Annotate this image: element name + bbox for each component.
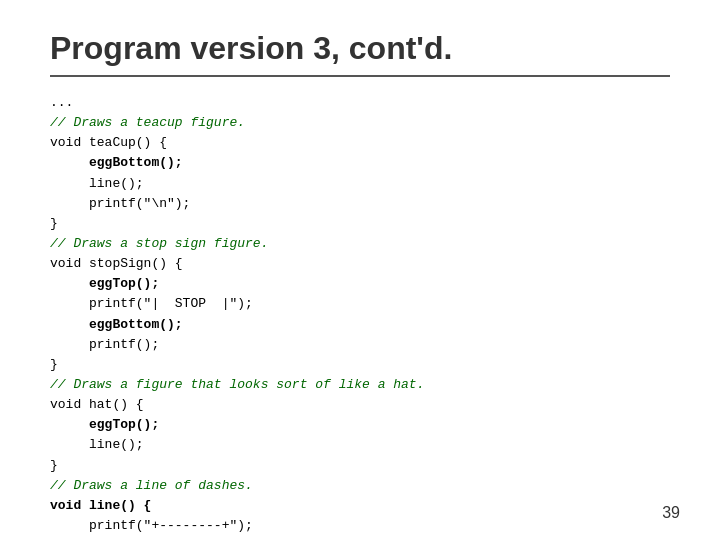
- page-number: 39: [662, 504, 680, 522]
- code-line: eggTop();: [50, 276, 159, 291]
- code-line: void teaCup() {: [50, 135, 167, 150]
- slide: Program version 3, cont'd. ... // Draws …: [0, 0, 720, 540]
- code-line: printf("\n");: [50, 196, 190, 211]
- code-line: printf();: [50, 337, 159, 352]
- slide-title: Program version 3, cont'd.: [50, 30, 670, 67]
- code-line: eggTop();: [50, 417, 159, 432]
- code-line: void line() {: [50, 498, 151, 513]
- title-divider: [50, 75, 670, 77]
- code-line: }: [50, 357, 58, 372]
- code-line: printf("| STOP |");: [50, 296, 253, 311]
- code-line: line();: [50, 437, 144, 452]
- code-line: // Draws a teacup figure.: [50, 115, 245, 130]
- code-line: // Draws a stop sign figure.: [50, 236, 268, 251]
- code-line: printf("+--------+");: [50, 518, 253, 533]
- code-block: ... // Draws a teacup figure. void teaCu…: [50, 93, 670, 540]
- code-line: // Draws a line of dashes.: [50, 478, 253, 493]
- code-line: void hat() {: [50, 397, 144, 412]
- code-line: // Draws a figure that looks sort of lik…: [50, 377, 424, 392]
- code-line: line();: [50, 176, 144, 191]
- code-line: eggBottom();: [50, 155, 183, 170]
- code-line: }: [50, 216, 58, 231]
- code-line: eggBottom();: [50, 317, 183, 332]
- code-line: }: [50, 458, 58, 473]
- code-line: ...: [50, 95, 73, 110]
- code-line: void stopSign() {: [50, 256, 183, 271]
